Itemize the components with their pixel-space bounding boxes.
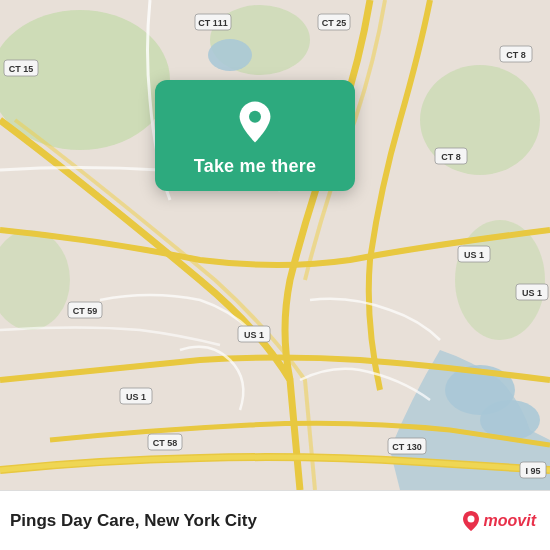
svg-text:US 1: US 1 <box>244 330 264 340</box>
svg-text:CT 8: CT 8 <box>441 152 461 162</box>
svg-text:US 1: US 1 <box>464 250 484 260</box>
svg-text:I 95: I 95 <box>525 466 540 476</box>
svg-text:CT 59: CT 59 <box>73 306 98 316</box>
map-container: CT 15 CT 111 CT 25 CT 8 CT 8 US 1 US 1 C… <box>0 0 550 490</box>
place-name: Pings Day Care, New York City <box>10 511 257 531</box>
svg-point-6 <box>208 39 252 71</box>
svg-point-35 <box>249 111 261 123</box>
svg-text:CT 130: CT 130 <box>392 442 422 452</box>
svg-point-36 <box>467 515 474 522</box>
bottom-bar: Pings Day Care, New York City moovit <box>0 490 550 550</box>
svg-text:CT 15: CT 15 <box>9 64 34 74</box>
svg-text:CT 8: CT 8 <box>506 50 526 60</box>
svg-text:CT 58: CT 58 <box>153 438 178 448</box>
svg-text:US 1: US 1 <box>126 392 146 402</box>
navigation-button-label: Take me there <box>194 156 316 177</box>
moovit-pin-icon <box>462 510 480 532</box>
navigation-popup[interactable]: Take me there <box>155 80 355 191</box>
svg-text:US 1: US 1 <box>522 288 542 298</box>
moovit-logo-text: moovit <box>484 512 536 530</box>
location-pin-icon <box>231 98 279 146</box>
svg-text:CT 111: CT 111 <box>198 18 228 28</box>
moovit-logo: moovit <box>460 510 536 532</box>
svg-text:CT 25: CT 25 <box>322 18 347 28</box>
